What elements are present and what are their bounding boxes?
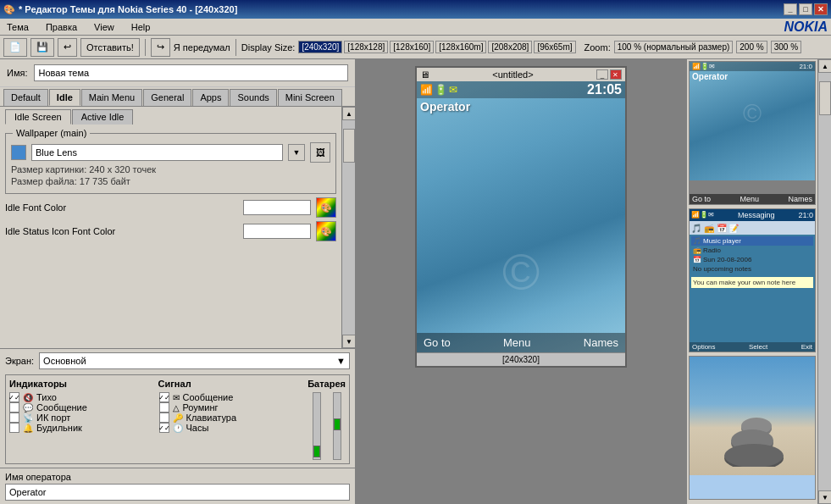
battery-thumb[interactable] [334,418,341,430]
check-clock[interactable]: ✓ [159,423,169,433]
zoom-normal[interactable]: 100 % (нормальный размер) [614,41,734,53]
preview-2-icons: 📶🔋✉ [691,211,714,219]
battery-slider [329,392,346,460]
scroll-thumb[interactable] [343,129,355,163]
name-input[interactable] [34,64,348,81]
check-keyboard[interactable] [159,413,169,423]
watermark-icon: © [502,243,540,302]
phone-close[interactable]: ✕ [610,69,622,80]
phone-bottom-bar: [240x320] [417,352,625,366]
idle-font-color-picker[interactable]: 🎨 [316,197,336,218]
sms-icon: ✉ [173,393,180,402]
check-alarm[interactable] [9,423,19,433]
tab-idle[interactable]: Idle [49,89,80,106]
preview-2-app-icons: 🎵 📻 📅 📝 [691,224,739,233]
size-128x160[interactable]: [128x160] [390,41,434,53]
redo-icon: ↪ [157,42,164,53]
content-inner: Idle Screen Active Idle Wallpaper (main)… [0,107,341,348]
operator-input[interactable] [5,484,350,501]
preview-2-footer: Options Select Exit [690,342,815,352]
check-sms[interactable]: ✓ [159,392,169,402]
scroll-down-button[interactable]: ▼ [342,335,355,348]
wallpaper-select[interactable]: Blue Lens [31,144,283,161]
preview-icons-1: 📶🔋✉ [692,63,715,70]
check-roaming[interactable] [159,402,169,413]
close-button[interactable]: ✕ [814,3,828,15]
silent-label: Тихо [36,392,57,402]
idle-status-color-box[interactable] [243,224,311,239]
check-message[interactable] [9,402,19,413]
size-96x65m[interactable]: [96x65m] [534,41,575,53]
menu-item-theme[interactable]: Тема [3,20,32,34]
phone-screen: 📶 🔋 ✉ 21:05 Operator © Go to Menu Names [417,81,625,352]
menu-item-view[interactable]: View [91,20,118,34]
indicator-clock: ✓ 🕐 Часы [159,423,306,433]
battery-track [333,392,341,460]
prev-menu: Menu [740,195,759,203]
check-silent[interactable]: ✓ [9,392,19,402]
undo-button[interactable]: ↩ [58,38,77,57]
indicators-grid: ✓ 🔇 Тихо 💬 Сообщение 📡 ИК порт [9,392,156,460]
music-label: Music player [703,237,741,245]
operator-label: Имя оператора [5,472,350,482]
file-info: Размер файла: 17 735 байт [11,176,330,186]
maximize-button[interactable]: □ [799,3,812,15]
softkey-center: Menu [503,336,531,349]
revert-button[interactable]: Отставить! [80,38,140,57]
tab-general[interactable]: General [143,89,191,106]
menu-item-help[interactable]: Help [128,20,154,34]
tab-default[interactable]: Default [3,89,48,106]
screen-select[interactable]: Основной ▼ [39,352,350,369]
sub-tab-active-idle[interactable]: Active Idle [72,109,134,125]
new-button[interactable]: 📄 [3,38,27,57]
size-128x128[interactable]: [128x128] [344,41,388,53]
sub-tabs-row: Idle Screen Active Idle [0,107,341,125]
right-scroll-up[interactable]: ▲ [818,59,831,73]
sub-tab-idle-screen[interactable]: Idle Screen [5,109,71,125]
size-128x160m[interactable]: [128x160m] [435,41,486,53]
browse-icon: 🖼 [316,147,325,158]
radio-icon: 📻 [693,246,701,254]
scroll-up-button[interactable]: ▲ [342,107,355,120]
phone-minimize[interactable]: _ [596,69,608,80]
zoom-200[interactable]: 200 % [736,41,767,53]
idle-status-color-picker[interactable]: 🎨 [316,221,336,241]
sms-label: Сообщение [183,392,234,402]
check-irport[interactable] [9,413,19,423]
p2-options: Options [692,343,716,351]
right-panel-container: 📶🔋✉ 21:0 Operator © Go to Menu Names 📶🔋✉… [686,59,831,504]
preview-2-item-date: 📅 Sun 20-08-2006 [691,255,813,264]
right-scroll-thumb[interactable] [819,81,831,115]
wallpaper-browse-button[interactable]: 🖼 [310,142,330,163]
date-icon: 📅 [693,256,701,263]
zoom-label: Zoom: [584,42,611,53]
color-swatch [11,145,26,160]
minimize-button[interactable]: _ [784,3,797,15]
idle-font-color-box[interactable] [243,200,311,215]
status-icons: 📶 🔋 ✉ [420,84,457,96]
display-sizes: [240x320] [128x128] [128x160] [128x160m]… [298,41,575,53]
roaming-icon: △ [173,403,180,413]
menu-bar: Тема Правка View Help NOKIA [0,19,831,36]
signal-thumb[interactable] [313,446,320,457]
size-240x320[interactable]: [240x320] [298,41,342,53]
preview-messaging: 📶🔋✉ Messaging 21:0 🎵 📻 📅 📝 🎵 Music playe… [689,208,816,352]
tab-mainmenu[interactable]: Main Menu [81,89,142,106]
notes-text: No upcoming notes [693,265,751,273]
preview-screen-1: 📶🔋✉ 21:0 Operator © [690,62,815,180]
indicators-title: Индикаторы [9,379,67,389]
right-scrollbar: ▲ ▼ [817,59,831,504]
zoom-300[interactable]: 300 % [771,41,801,53]
right-scroll-down[interactable]: ▼ [818,490,831,504]
save-button[interactable]: 💾 [30,38,54,57]
stones-svg [710,399,795,467]
antenna-icon: 📶 [420,84,433,96]
tab-sounds[interactable]: Sounds [230,89,276,106]
preview-2-time: 21:0 [798,211,813,219]
menu-item-edit[interactable]: Правка [42,20,80,34]
tab-apps[interactable]: Apps [192,89,229,106]
wallpaper-dropdown[interactable]: ▼ [288,144,305,161]
redo-button[interactable]: ↪ [151,38,170,57]
size-208x208[interactable]: [208x208] [488,41,532,53]
tab-miniscreen[interactable]: Mini Screen [278,89,342,106]
